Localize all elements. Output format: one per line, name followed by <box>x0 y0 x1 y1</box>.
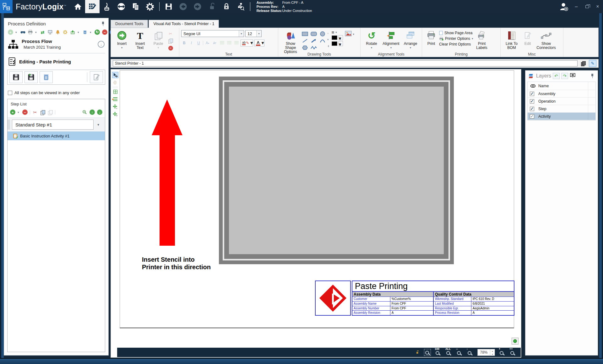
shape-line[interactable] <box>301 38 309 44</box>
italic-button[interactable]: I <box>188 40 194 46</box>
documents-icon[interactable] <box>128 0 143 13</box>
step-row[interactable]: Standard Step #1 ▾ <box>8 118 105 131</box>
layer-row-operation[interactable]: Operation <box>528 98 595 105</box>
print-caret-icon[interactable]: ▾ <box>35 31 38 34</box>
fill-color-select[interactable]: ▾ <box>332 41 343 46</box>
insert-image-icon[interactable] <box>345 31 352 38</box>
discard-button[interactable] <box>40 71 53 83</box>
move-lock-icon[interactable]: x <box>112 104 118 110</box>
copy-document-button[interactable] <box>579 60 587 67</box>
remove-icon[interactable]: − <box>102 29 107 35</box>
publish-icon[interactable] <box>70 29 75 35</box>
show-page-area-button[interactable]: Show Page Area <box>439 31 474 35</box>
find-icon[interactable] <box>20 29 25 35</box>
layer-row-assembly[interactable]: Assembly <box>528 90 595 98</box>
show-shape-options-button[interactable]: Show ShapeOptions <box>280 29 301 54</box>
shape-hexagon[interactable] <box>301 45 309 51</box>
trash-caret-icon[interactable]: ▾ <box>90 31 92 34</box>
shape-arrow[interactable] <box>310 38 318 44</box>
redo-icon[interactable]: ↷ <box>561 73 568 79</box>
zoom-step-icon[interactable] <box>82 110 87 115</box>
process-flow-row[interactable]: Process Flow March 2021 Training ↓ <box>4 37 108 53</box>
bold-button[interactable]: B <box>181 40 187 46</box>
arrange-button[interactable]: Arrange ▾ <box>401 29 420 50</box>
close-button[interactable]: × <box>592 0 603 13</box>
process-editor-icon[interactable] <box>85 0 100 13</box>
zoom-selection-button[interactable] <box>424 349 431 356</box>
forward-icon[interactable] <box>190 0 205 13</box>
align-center-button[interactable] <box>226 40 232 46</box>
insert-button[interactable]: Insert ▾ <box>113 29 131 50</box>
document-name-input[interactable] <box>113 60 578 67</box>
add-caret-icon[interactable]: ▾ <box>15 31 18 34</box>
move-down-icon[interactable]: ↓ <box>97 110 102 115</box>
link-to-bom-button[interactable]: Link ToBOM <box>503 29 521 50</box>
copy-icon[interactable] <box>40 110 45 115</box>
zoom-out-fast-button[interactable]: -- <box>456 349 463 356</box>
layer-checkbox[interactable] <box>530 114 534 119</box>
step-name-input[interactable]: Standard Step #1 <box>12 120 94 130</box>
zoom-spin-up-icon[interactable]: ▴ <box>490 349 495 352</box>
shape-arc[interactable] <box>318 38 327 44</box>
layer-checkbox[interactable] <box>530 99 534 104</box>
step-collapse-icon[interactable]: ▾ <box>94 123 103 127</box>
clear-print-options-button[interactable]: Clear Print Options <box>439 42 474 46</box>
print-icon[interactable] <box>28 29 33 35</box>
any-order-checkbox-row[interactable]: All steps can be viewed in any order <box>4 87 108 98</box>
add-step-caret-icon[interactable]: ▾ <box>18 111 20 114</box>
font-size-select[interactable]: 12▾ <box>245 30 262 37</box>
save-step-button[interactable] <box>9 71 23 83</box>
remove-step-icon[interactable]: − <box>22 110 28 115</box>
swap-icon[interactable]: ⇄ <box>40 29 45 35</box>
underline-button[interactable]: U <box>196 40 202 46</box>
user-logout-icon[interactable] <box>557 0 571 13</box>
grid-toggle-icon[interactable] <box>112 88 118 95</box>
line-weight-caret-icon[interactable]: ▾ <box>335 31 338 34</box>
paste-icon[interactable] <box>47 110 53 115</box>
shape-ellipse[interactable] <box>318 31 327 37</box>
copy-icon[interactable] <box>167 38 174 44</box>
align-right-button[interactable] <box>233 40 239 46</box>
shape-rectangle[interactable] <box>301 31 309 37</box>
any-order-checkbox[interactable] <box>8 91 12 95</box>
edit-properties-button[interactable] <box>90 71 103 83</box>
line-weight-icon[interactable]: ≡ <box>332 30 334 34</box>
shrink-font-button[interactable]: A▾ <box>212 40 218 46</box>
align-left-button[interactable] <box>219 40 225 46</box>
zoom-out-button[interactable]: - <box>467 349 474 356</box>
layer-row-step[interactable]: Step <box>528 105 595 113</box>
fullscreen-icon[interactable] <box>570 73 575 79</box>
red-arrow-shaft[interactable] <box>160 133 175 246</box>
layer-row-activity[interactable]: Activity <box>528 113 595 120</box>
step-drag-handle[interactable] <box>8 120 10 130</box>
add-step-icon[interactable]: + <box>10 110 15 115</box>
pan-tool-icon[interactable] <box>112 79 118 86</box>
rotate-button[interactable]: ↺ Rotate ▾ <box>362 29 381 50</box>
shape-scroll-down-icon[interactable]: ▾ <box>327 38 330 41</box>
pin-icon[interactable] <box>101 22 105 26</box>
materials-icon[interactable] <box>100 0 114 13</box>
layer-checkbox[interactable] <box>530 107 534 111</box>
show-connectors-button[interactable]: ShowConnectors <box>535 29 558 50</box>
zoom-spin-down-icon[interactable]: ▾ <box>490 352 495 356</box>
presentation-icon[interactable] <box>47 29 53 35</box>
edit-document-button[interactable]: ✎ <box>589 60 596 67</box>
title-block[interactable]: Paste Printing Assembly Data Customer%Cu… <box>315 281 514 316</box>
shape-scroll-up-icon[interactable]: ▴ <box>327 31 330 35</box>
distribution-icon[interactable] <box>114 0 128 13</box>
move-up-icon[interactable]: ↑ <box>90 110 95 115</box>
paste-button[interactable]: Paste ▾ <box>149 29 167 50</box>
trash-icon[interactable] <box>82 29 88 35</box>
arrow-caption[interactable]: Insert Stencil into Printer in this dire… <box>142 256 211 271</box>
highlight-color-button[interactable]: ab✎ ▾ <box>241 40 253 46</box>
insert-image-caret-icon[interactable]: ▾ <box>353 33 356 36</box>
publish-caret-icon[interactable]: ▾ <box>78 31 80 34</box>
home-icon[interactable] <box>71 0 85 13</box>
drawing-page[interactable]: Insert Stencil into Printer in this dire… <box>120 70 514 328</box>
font-family-select[interactable]: Segoe UI▾ <box>181 30 244 37</box>
zoom-lock-icon[interactable] <box>415 349 420 356</box>
save-import-button[interactable] <box>24 71 38 83</box>
activity-row-selected[interactable]: Basic Instruction Activity #1 <box>8 131 105 140</box>
tab-visual-aid-tools[interactable]: Visual Aid Tools - Stencil Printer - 1 <box>149 20 219 28</box>
delete-icon[interactable]: − <box>167 45 174 51</box>
